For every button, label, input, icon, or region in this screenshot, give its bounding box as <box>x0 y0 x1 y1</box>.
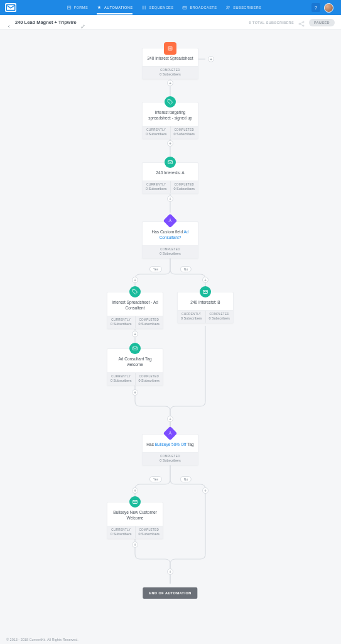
footer-value: 0 Subscribers <box>171 187 198 191</box>
form-icon <box>164 42 176 55</box>
node-tag[interactable]: Interest Spreadsheet - Ad Consultant CUR… <box>107 292 163 329</box>
svg-line-14 <box>300 24 303 25</box>
flow-canvas[interactable]: + + + + Yes No + + + + + Yes No + + + + … <box>0 30 341 631</box>
node-email-sequence[interactable]: 240 Interestst: B CURRENTLY0 Subscribers… <box>177 292 234 323</box>
share-button[interactable] <box>298 19 305 26</box>
add-step-button[interactable]: + <box>167 196 173 202</box>
nav-label: FORMS <box>74 6 88 9</box>
total-subscribers: 0 TOTAL SUBSCRIBERS <box>249 21 294 25</box>
logo-icon[interactable] <box>5 3 16 12</box>
node-title: 240 Interest Spreadsheet <box>146 56 194 62</box>
condition-prefix: Has Custom field <box>152 230 184 234</box>
footer-label: COMPLETED <box>171 183 198 186</box>
svg-point-12 <box>303 25 304 26</box>
page-footer: © 2013 - 2018 ConvertKit. All Rights Res… <box>6 638 78 641</box>
node-title: Interest Spreadsheet - Ad Consultant <box>111 300 159 311</box>
nav-broadcasts[interactable]: BROADCASTS <box>182 5 217 11</box>
broadcasts-icon <box>182 5 187 11</box>
nav-subscribers[interactable]: SUBSCRIBERS <box>225 5 261 11</box>
add-step-button[interactable]: + <box>167 416 173 422</box>
tag-icon <box>129 286 141 297</box>
node-footer: CURRENTLY0 Subscribers COMPLETED0 Subscr… <box>143 180 198 193</box>
branch-yes-label: Yes <box>149 266 162 272</box>
back-button[interactable] <box>6 20 11 25</box>
add-step-button[interactable]: + <box>167 80 173 86</box>
footer-label: CURRENTLY <box>178 313 205 316</box>
svg-point-6 <box>146 8 146 9</box>
node-title: 240 Interests: A <box>146 170 194 176</box>
node-footer: CURRENTLY0 Subscribers COMPLETED0 Subscr… <box>107 372 163 385</box>
add-step-button[interactable]: + <box>132 331 138 337</box>
footer-value: 0 Subscribers <box>160 458 181 462</box>
footer-value: 0 Subscribers <box>143 132 170 136</box>
node-footer: CURRENTLY0 Subscribers COMPLETED0 Subscr… <box>107 526 163 538</box>
top-nav: FORMS AUTOMATIONS SEQUENCES BROADCASTS S… <box>0 0 341 15</box>
node-title: Bullseye New Customer Welcome <box>111 510 159 521</box>
email-icon <box>165 157 176 168</box>
email-icon <box>200 286 211 297</box>
nav-label: BROADCASTS <box>190 6 217 9</box>
footer-label: COMPLETED <box>160 248 180 251</box>
node-email-sequence[interactable]: Bullseye New Customer Welcome CURRENTLY0… <box>107 502 163 539</box>
nav-automations[interactable]: AUTOMATIONS <box>97 5 133 11</box>
nav-forms[interactable]: FORMS <box>67 5 88 11</box>
svg-rect-20 <box>168 47 172 50</box>
add-step-button[interactable]: + <box>132 487 138 494</box>
add-trigger-button[interactable]: + <box>208 56 214 62</box>
add-step-button[interactable]: + <box>167 140 173 147</box>
svg-point-4 <box>146 6 146 6</box>
add-step-button[interactable]: + <box>167 569 173 575</box>
edit-title-button[interactable] <box>80 20 85 25</box>
footer-value: 0 Subscribers <box>160 72 181 76</box>
svg-point-10 <box>299 23 300 25</box>
condition-tag-link[interactable]: Bullseye 50% Off <box>155 442 187 447</box>
branch-no-label: No <box>180 476 192 482</box>
footer-value: 0 Subscribers <box>178 316 205 320</box>
footer-label: CURRENTLY <box>107 318 135 321</box>
add-step-button[interactable]: + <box>202 487 208 494</box>
node-trigger-form[interactable]: 240 Interest Spreadsheet COMPLETED 0 Sub… <box>142 48 198 79</box>
condition-prefix: Has <box>146 442 154 447</box>
footer-label: CURRENTLY <box>143 128 170 131</box>
svg-point-9 <box>229 6 230 8</box>
condition-suffix: Tag <box>186 442 193 447</box>
node-footer: COMPLETED 0 Subscribers <box>143 245 198 258</box>
subscribers-icon <box>225 5 230 11</box>
footer-value: 0 Subscribers <box>107 532 135 536</box>
svg-point-8 <box>227 6 228 7</box>
footer-label: CURRENTLY <box>143 183 170 186</box>
nav-sequences[interactable]: SEQUENCES <box>141 5 173 11</box>
nav-label: SEQUENCES <box>149 6 173 9</box>
footer-label: COMPLETED <box>206 313 234 316</box>
footer-value: 0 Subscribers <box>171 132 198 136</box>
node-footer: CURRENTLY0 Subscribers COMPLETED0 Subscr… <box>143 126 198 138</box>
node-title: Has Bullseye 50% Off Tag <box>146 442 194 448</box>
add-step-button[interactable]: + <box>132 541 138 548</box>
footer-label: COMPLETED <box>136 375 163 378</box>
node-email-sequence[interactable]: 240 Interests: A CURRENTLY0 Subscribers … <box>142 162 198 194</box>
help-button[interactable]: ? <box>311 3 320 12</box>
node-condition[interactable]: Has Bullseye 50% Off Tag COMPLETED 0 Sub… <box>142 434 198 465</box>
branch-no-label: No <box>180 266 192 272</box>
add-step-button[interactable]: + <box>132 389 138 396</box>
footer-value: 0 Subscribers <box>206 316 234 320</box>
svg-line-13 <box>300 22 303 23</box>
nav-right: ? <box>311 3 333 13</box>
node-title: 240 Interestst: B <box>181 300 229 306</box>
footer-value: 0 Subscribers <box>143 187 170 191</box>
node-tag[interactable]: Interest targeting spreadsheet - signed … <box>142 102 198 139</box>
add-step-button[interactable]: + <box>132 277 138 283</box>
nav-label: AUTOMATIONS <box>104 6 133 9</box>
status-badge[interactable]: PAUSED <box>309 19 335 26</box>
avatar[interactable] <box>324 3 333 13</box>
footer-label: CURRENTLY <box>107 528 135 531</box>
node-email-sequence[interactable]: Ad Consultant Tag welcome CURRENTLY0 Sub… <box>107 348 163 386</box>
footer-value: 0 Subscribers <box>160 252 181 255</box>
automations-icon <box>97 5 102 11</box>
email-icon <box>129 496 141 508</box>
node-title: Interest targeting spreadsheet - signed … <box>146 110 194 121</box>
node-condition[interactable]: Has Custom field Ad Consultant? COMPLETE… <box>142 221 198 258</box>
add-step-button[interactable]: + <box>202 277 208 283</box>
sequences-icon <box>141 5 146 11</box>
end-of-automation: END OF AUTOMATION <box>143 587 197 599</box>
